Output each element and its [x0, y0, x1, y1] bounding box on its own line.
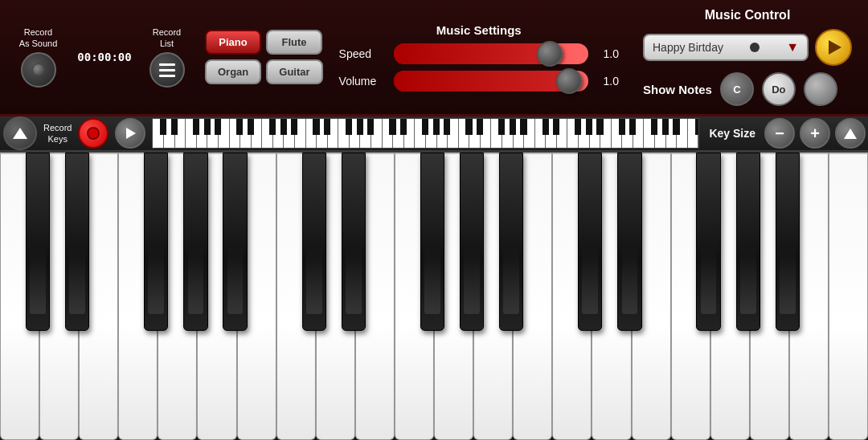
record-list-label: RecordList	[153, 26, 181, 50]
record-dot-icon	[32, 63, 45, 76]
mini-black-key	[236, 119, 243, 135]
dropdown-arrow-icon: ▼	[786, 40, 799, 55]
piano-black-key-0-1[interactable]	[65, 153, 89, 331]
instrument-organ-button[interactable]: Organ	[205, 59, 261, 84]
piano-black-key-2-4[interactable]	[736, 153, 760, 331]
mini-black-key	[662, 119, 669, 135]
mini-black-key	[477, 119, 483, 135]
mini-black-key	[433, 119, 440, 135]
mini-black-key	[520, 119, 526, 135]
piano-black-key-1-0[interactable]	[302, 153, 326, 331]
music-control-section: Music Control Happy Birtday ▼ Show Notes…	[635, 8, 860, 106]
piano-black-key-1-1[interactable]	[342, 153, 366, 331]
mini-black-key	[367, 119, 374, 135]
mini-black-key	[389, 119, 395, 135]
reset-icon	[844, 128, 857, 139]
song-row: Happy Birtday ▼	[643, 29, 852, 66]
play-icon	[126, 128, 136, 139]
mini-black-key	[510, 119, 516, 135]
key-size-increase-button[interactable]: +	[800, 118, 830, 149]
mini-black-key	[542, 119, 549, 135]
mini-black-key	[553, 119, 559, 135]
piano-black-key-2-3[interactable]	[696, 153, 720, 331]
mini-black-key	[619, 119, 625, 135]
scroll-left-button[interactable]	[3, 116, 37, 150]
note-c-button[interactable]: C	[720, 72, 754, 106]
mini-black-key	[248, 119, 254, 135]
instrument-row: Piano Flute	[205, 30, 323, 55]
note-knob-button[interactable]	[804, 72, 837, 106]
piano-black-key-0-0[interactable]	[26, 153, 50, 331]
piano-keys-container	[0, 153, 868, 440]
piano-black-key-0-3[interactable]	[144, 153, 168, 331]
mini-black-key	[193, 119, 199, 135]
piano-black-key-1-5[interactable]	[499, 153, 523, 331]
music-settings-section: Music Settings Speed 1.0 Volume 1.0	[331, 23, 627, 92]
mini-black-key	[596, 119, 603, 135]
mini-black-key	[575, 119, 581, 135]
mini-black-key	[357, 119, 363, 135]
middle-bar: RecordKeys Key Size − +	[0, 116, 868, 153]
play-keys-button[interactable]	[115, 118, 145, 149]
key-size-decrease-button[interactable]: −	[764, 118, 795, 149]
volume-slider-knob[interactable]	[556, 68, 582, 94]
record-keys-label: RecordKeys	[43, 122, 72, 145]
instrument-row-2: Organ Guitar	[205, 59, 323, 84]
volume-slider-track[interactable]	[394, 71, 588, 92]
song-select-dropdown[interactable]: Happy Birtday ▼	[643, 34, 809, 61]
piano-black-key-2-5[interactable]	[776, 153, 800, 331]
list-icon	[159, 63, 175, 77]
record-as-sound-button[interactable]	[21, 52, 56, 88]
speed-slider-row: Speed 1.0	[339, 43, 619, 64]
record-as-sound-section: RecordAs Sound	[8, 26, 68, 88]
volume-label: Volume	[339, 75, 387, 88]
piano-black-key-2-0[interactable]	[578, 153, 602, 331]
song-dot-indicator	[750, 43, 760, 52]
mini-black-key	[280, 119, 287, 135]
piano-black-key-2-1[interactable]	[617, 153, 641, 331]
music-settings-title: Music Settings	[436, 23, 522, 37]
show-notes-label: Show Notes	[643, 83, 712, 96]
mini-black-key	[498, 119, 505, 135]
mini-black-key	[422, 119, 428, 135]
piano-black-key-0-4[interactable]	[183, 153, 207, 331]
play-icon	[829, 40, 841, 55]
mini-black-key	[171, 119, 178, 135]
volume-slider-row: Volume 1.0	[339, 71, 619, 92]
mini-black-key	[313, 119, 319, 135]
note-do-button[interactable]: Do	[762, 72, 796, 106]
music-control-title: Music Control	[643, 8, 852, 22]
mini-black-key	[204, 119, 211, 135]
piano-black-key-0-5[interactable]	[223, 153, 247, 331]
mini-black-key	[444, 119, 450, 135]
speed-value: 1.0	[595, 47, 619, 60]
show-notes-row: Show Notes C Do	[643, 72, 852, 106]
speed-label: Speed	[339, 47, 387, 60]
play-song-button[interactable]	[815, 29, 852, 66]
instrument-guitar-button[interactable]: Guitar	[266, 59, 322, 84]
mini-black-key	[629, 119, 636, 135]
mini-black-key	[586, 119, 592, 135]
record-as-sound-label: RecordAs Sound	[19, 26, 58, 50]
record-list-section: RecordList	[141, 26, 193, 88]
record-keys-button[interactable]	[78, 118, 108, 149]
mini-black-key	[324, 119, 330, 135]
piano-black-key-1-3[interactable]	[420, 153, 444, 331]
instrument-flute-button[interactable]: Flute	[266, 30, 322, 55]
song-name-text: Happy Birtday	[653, 41, 723, 54]
key-size-reset-button[interactable]	[835, 118, 866, 149]
instrument-piano-button[interactable]: Piano	[205, 30, 261, 55]
record-list-button[interactable]	[149, 52, 185, 88]
volume-value: 1.0	[595, 75, 619, 88]
piano-area	[0, 153, 868, 440]
top-bar: RecordAs Sound 00:00:00 RecordList Piano…	[0, 0, 868, 116]
piano-white-key-21[interactable]	[829, 153, 868, 440]
piano-black-key-1-4[interactable]	[460, 153, 484, 331]
mini-black-key	[269, 119, 276, 135]
mini-black-key	[160, 119, 166, 135]
mini-black-key	[465, 119, 472, 135]
speed-slider-fill	[394, 43, 550, 64]
mini-black-key	[695, 119, 700, 135]
speed-slider-knob[interactable]	[537, 41, 563, 67]
speed-slider-track[interactable]	[394, 43, 588, 64]
